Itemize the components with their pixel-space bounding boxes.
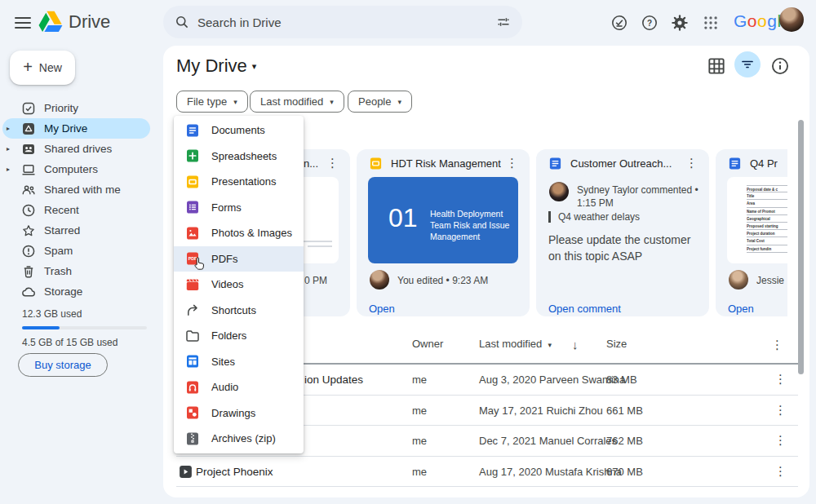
comment-author-line: Sydney Taylor commented •1:15 PM: [577, 183, 698, 210]
sidebar-item-trash[interactable]: Trash: [0, 261, 150, 281]
docs-icon: [728, 157, 742, 170]
filter-list-button[interactable]: [734, 51, 761, 77]
card-footer-text: You edited • 9:23 AM: [397, 275, 488, 286]
search-bar[interactable]: [163, 6, 522, 38]
row-menu-icon[interactable]: ⋮: [771, 433, 790, 448]
sidebar-item-storage[interactable]: Storage: [0, 281, 150, 302]
chevron-down-icon: ▾: [252, 61, 257, 71]
menu-item-folders[interactable]: Folders: [174, 323, 304, 349]
filter-chip-last-modified[interactable]: Last modified▾: [250, 91, 344, 113]
archive-icon: [185, 431, 200, 446]
menu-item-archives[interactable]: Archives (zip): [174, 426, 304, 452]
account-avatar[interactable]: [779, 7, 804, 32]
card-footer-text: Jessie: [756, 275, 784, 286]
grid-view-icon[interactable]: [707, 56, 726, 76]
sidebar-item-shared-with-me[interactable]: Shared with me: [0, 179, 150, 200]
filter-chip-people[interactable]: People▾: [348, 91, 412, 113]
vertical-scrollbar[interactable]: [798, 120, 804, 374]
row-menu-icon[interactable]: ⋮: [771, 464, 790, 479]
card-footer-fragment: 0 PM: [304, 275, 327, 286]
help-icon[interactable]: ?: [637, 11, 662, 35]
open-button[interactable]: Open: [369, 303, 395, 315]
offline-status-icon[interactable]: [607, 11, 632, 35]
app-name: Drive: [69, 11, 110, 33]
open-button[interactable]: Open: [728, 303, 754, 315]
open-comment-button[interactable]: Open comment: [548, 303, 621, 315]
row-menu-icon[interactable]: ⋮: [771, 403, 790, 418]
filter-chip-file-type[interactable]: File type▾: [176, 91, 248, 113]
docs-icon: [185, 123, 200, 138]
storage-icon: [21, 285, 36, 299]
menu-item-sites[interactable]: Sites: [174, 349, 304, 375]
menu-item-audio[interactable]: Audio: [174, 374, 304, 400]
card-thumbnail[interactable]: 01 Health Deployment Team Risk and Issue…: [368, 177, 518, 263]
avatar: [549, 182, 569, 201]
suggested-card-q4[interactable]: Q4 Pr Proposal date & c Title Area Name …: [716, 149, 787, 316]
hamburger-menu-icon[interactable]: [13, 14, 33, 32]
sidebar-item-starred[interactable]: Starred: [0, 220, 150, 241]
sort-direction-icon[interactable]: ↓: [572, 338, 579, 351]
buy-storage-button[interactable]: Buy storage: [18, 353, 108, 377]
row-menu-icon[interactable]: ⋮: [771, 372, 790, 387]
avatar: [729, 270, 748, 290]
card-menu-icon[interactable]: ⋮: [682, 156, 701, 170]
menu-item-shortcuts[interactable]: Shortcuts: [174, 298, 304, 324]
new-button[interactable]: +New: [10, 51, 75, 85]
header-menu-icon[interactable]: ⋮: [771, 338, 783, 352]
apps-grid-icon[interactable]: [698, 11, 723, 35]
storage-summary-text: 4.5 GB of 15 GB used: [22, 337, 118, 348]
sidebar: +New Priority ▸ My Drive ▸ Shared drives…: [0, 46, 163, 504]
suggested-card-customer-outreach[interactable]: Customer Outreach... ⋮ Sydney Taylor com…: [536, 149, 709, 316]
menu-item-presentations[interactable]: Presentations: [174, 169, 304, 195]
comment-body: Please update the customer on this topic…: [548, 232, 695, 265]
chevron-down-icon: ▾: [397, 98, 401, 106]
svg-text:PDF: PDF: [188, 257, 197, 262]
slides-icon: [185, 175, 200, 189]
file-name: Project Phoenix: [196, 466, 273, 478]
chevron-down-icon: ▾: [548, 341, 552, 349]
card-menu-icon[interactable]: ⋮: [503, 156, 521, 170]
sidebar-item-computers[interactable]: ▸ Computers: [0, 159, 150, 179]
audio-icon: [185, 380, 200, 395]
sidebar-item-my-drive[interactable]: ▸ My Drive: [2, 118, 150, 139]
menu-item-spreadsheets[interactable]: Spreadsheets: [174, 144, 304, 170]
sidebar-item-priority[interactable]: Priority: [0, 98, 150, 118]
card-thumbnail[interactable]: Proposal date & c Title Area Name of Pro…: [727, 177, 787, 263]
search-input[interactable]: [197, 15, 488, 29]
settings-icon[interactable]: [667, 11, 692, 35]
expand-caret-icon[interactable]: ▸: [7, 125, 10, 132]
sidebar-item-spam[interactable]: Spam: [0, 241, 150, 261]
trash-icon: [21, 264, 36, 279]
sidebar-item-shared-drives[interactable]: ▸ Shared drives: [0, 139, 150, 159]
filter-list-icon: [741, 58, 754, 71]
sidebar-item-recent[interactable]: Recent: [0, 200, 150, 220]
menu-item-documents[interactable]: Documents: [174, 117, 304, 144]
comment-quote: Q4 weather delays: [548, 211, 640, 223]
menu-item-pdfs[interactable]: PDF PDFs: [174, 246, 304, 272]
file-row[interactable]: Project Phoenix me Aug 17, 2020 Mustafa …: [163, 457, 809, 488]
card-menu-icon[interactable]: ⋮: [323, 156, 342, 170]
drive-logo-icon: [38, 9, 64, 35]
menu-item-drawings[interactable]: Drawings: [174, 400, 304, 427]
pdf-icon: PDF: [185, 251, 200, 266]
avatar: [370, 270, 389, 290]
menu-item-videos[interactable]: Videos: [174, 272, 304, 298]
menu-item-photos-images[interactable]: Photos & Images: [174, 220, 304, 246]
spam-icon: [21, 244, 36, 259]
sites-icon: [185, 354, 200, 369]
document-mini-table: Proposal date & c Title Area Name of Pro…: [747, 185, 787, 253]
recent-icon: [21, 203, 36, 218]
info-icon[interactable]: [770, 56, 790, 76]
card-title-fragment: n...: [304, 157, 318, 170]
expand-caret-icon[interactable]: ▸: [7, 145, 10, 153]
drawings-icon: [185, 405, 200, 420]
page-title[interactable]: My Drive▾: [176, 55, 256, 77]
suggested-card-hdt[interactable]: HDT Risk Management ⋮ 01 Health Deployme…: [357, 149, 530, 316]
card-title: HDT Risk Management: [391, 157, 501, 170]
column-header-last-modified[interactable]: Last modified ▾: [479, 338, 552, 350]
menu-item-forms[interactable]: Forms: [174, 195, 304, 221]
expand-caret-icon[interactable]: ▸: [7, 166, 10, 173]
search-options-icon[interactable]: [496, 15, 511, 29]
video-file-icon: [178, 464, 193, 480]
starred-icon: [21, 223, 36, 238]
